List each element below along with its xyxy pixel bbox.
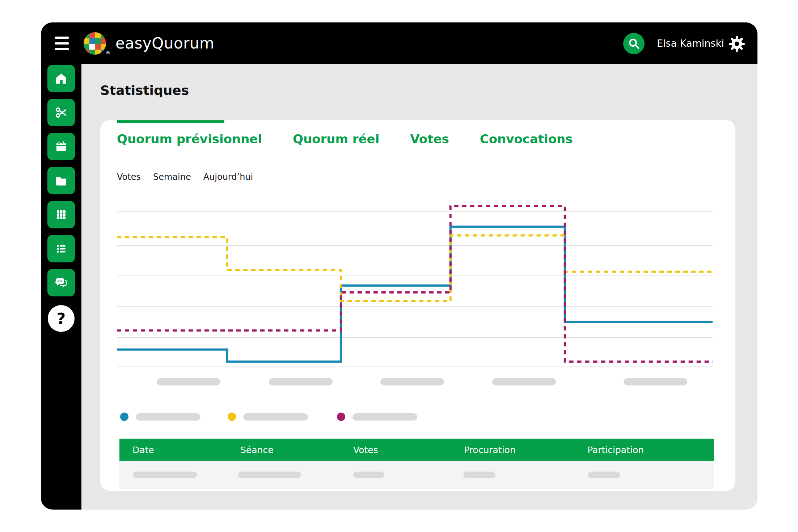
gear-icon — [728, 35, 746, 53]
legend-item — [337, 413, 417, 421]
sidebar-item-home[interactable] — [47, 65, 75, 92]
quorum-step-chart — [117, 199, 713, 372]
home-icon — [54, 71, 68, 86]
app-logo: ® — [84, 32, 107, 56]
sidebar-item-folder[interactable] — [47, 167, 75, 194]
active-tab-indicator — [117, 120, 224, 123]
grid-icon — [54, 207, 68, 222]
sidebar-item-calendar[interactable] — [47, 133, 75, 160]
app-name: easyQuorum — [115, 22, 215, 64]
filter-aujourdhui[interactable]: Aujourd’hui — [203, 171, 253, 183]
legend-dot-blue — [120, 413, 128, 421]
table-header: Date Séance Votes Procuration Participat… — [119, 439, 714, 461]
tab-quorum-reel[interactable]: Quorum réel — [293, 130, 379, 148]
column-header-date: Date — [132, 439, 154, 461]
tab-quorum-previsionnel[interactable]: Quorum prévisionnel — [117, 130, 262, 148]
filter-bar: Votes Semaine Aujourd’hui — [117, 171, 253, 183]
logo-mosaic-icon — [84, 32, 107, 56]
chat-icon — [54, 275, 68, 290]
statistics-card: Quorum prévisionnel Quorum réel Votes Co… — [100, 120, 735, 491]
help-label: ? — [57, 310, 66, 328]
search-icon — [628, 38, 640, 50]
x-axis-labels — [117, 378, 713, 385]
search-button[interactable] — [623, 33, 645, 54]
column-header-participation: Participation — [587, 439, 644, 461]
hamburger-icon — [55, 37, 69, 39]
axis-label-skeleton — [269, 378, 333, 385]
settings-button[interactable] — [728, 35, 746, 53]
user-name[interactable]: Elsa Kaminski — [657, 22, 724, 64]
tab-votes[interactable]: Votes — [410, 130, 449, 148]
cell-skeleton — [353, 472, 384, 478]
sidebar-item-scissors[interactable] — [47, 99, 75, 126]
axis-label-skeleton — [624, 378, 687, 385]
top-bar: ® easyQuorum Elsa Kaminski — [41, 22, 757, 64]
chart-legend — [100, 413, 735, 421]
filter-semaine[interactable]: Semaine — [153, 171, 191, 183]
calendar-icon — [54, 139, 68, 154]
sidebar-item-chat[interactable] — [47, 269, 75, 296]
legend-label-skeleton — [352, 413, 417, 421]
scissors-icon — [54, 105, 68, 120]
cell-skeleton — [133, 472, 197, 478]
sidebar: ? — [41, 64, 81, 510]
list-icon — [54, 241, 68, 256]
sidebar-item-list[interactable] — [47, 235, 75, 262]
legend-dot-purple — [337, 413, 345, 421]
menu-button[interactable] — [55, 36, 71, 51]
help-button[interactable]: ? — [48, 305, 75, 332]
column-header-seance: Séance — [240, 439, 274, 461]
filter-votes[interactable]: Votes — [117, 171, 141, 183]
legend-label-skeleton — [136, 413, 200, 421]
table-row — [119, 461, 714, 489]
app-window: ® easyQuorum Elsa Kaminski — [41, 22, 757, 510]
axis-label-skeleton — [380, 378, 444, 385]
cell-skeleton — [588, 472, 620, 478]
main-content: Statistiques Quorum prévisionnel Quorum … — [81, 64, 757, 510]
axis-label-skeleton — [492, 378, 556, 385]
legend-item — [228, 413, 308, 421]
cell-skeleton — [463, 472, 495, 478]
tab-convocations[interactable]: Convocations — [480, 130, 573, 148]
legend-label-skeleton — [243, 413, 308, 421]
legend-dot-yellow — [228, 413, 236, 421]
folder-icon — [54, 173, 68, 188]
legend-item — [120, 413, 200, 421]
page-title: Statistiques — [100, 83, 189, 98]
column-header-votes: Votes — [353, 439, 378, 461]
tab-bar: Quorum prévisionnel Quorum réel Votes Co… — [117, 130, 573, 148]
sidebar-item-grid[interactable] — [47, 201, 75, 228]
cell-skeleton — [238, 472, 301, 478]
axis-label-skeleton — [157, 378, 220, 385]
stats-table: Date Séance Votes Procuration Participat… — [119, 439, 714, 489]
registered-mark: ® — [106, 50, 110, 55]
column-header-procuration: Procuration — [464, 439, 516, 461]
